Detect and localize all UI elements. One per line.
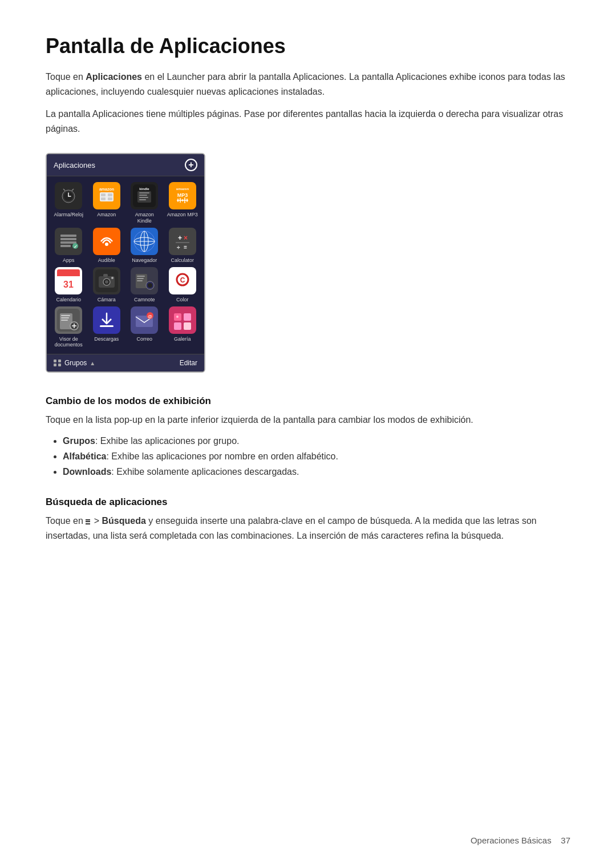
phone-footer: Grupos ▲ Editar (47, 354, 204, 372)
app-item-alarma[interactable]: Alarma/Reloj (51, 182, 86, 224)
section1-text: Toque en la lista pop-up en la parte inf… (46, 413, 570, 427)
intro-paragraph-1: Toque en Aplicaciones en el Launcher par… (46, 70, 570, 99)
app-item-galeria[interactable]: Galería (165, 306, 200, 349)
footer-edit-label[interactable]: Editar (180, 359, 197, 367)
app-item-navegador[interactable]: Navegador (127, 228, 162, 264)
svg-text:✓: ✓ (74, 244, 78, 249)
footer-section-label: Operaciones Básicas (471, 835, 552, 845)
app-label-correo: Correo (136, 336, 152, 342)
app-item-amazon-mp3[interactable]: amazon MP3 Amazon MP3 (165, 182, 200, 224)
app-label-kindle: Amazon Kindle (127, 212, 162, 224)
app-item-apps[interactable]: ✓ Apps (51, 228, 86, 264)
svg-rect-16 (139, 192, 149, 193)
svg-text:×: × (184, 234, 188, 242)
app-label-alarma: Alarma/Reloj (54, 212, 83, 218)
section1-title: Cambio de los modos de exhibición (46, 395, 570, 407)
svg-rect-12 (108, 197, 112, 200)
app-item-camnote[interactable]: Camnote (127, 267, 162, 303)
svg-text:MP3: MP3 (177, 192, 188, 198)
svg-rect-74 (61, 320, 68, 321)
svg-rect-10 (108, 193, 112, 196)
svg-rect-72 (61, 315, 70, 316)
app-label-camnote: Camnote (134, 297, 155, 303)
svg-point-66 (148, 283, 152, 288)
app-item-audible[interactable]: Audible (90, 228, 124, 264)
svg-rect-64 (137, 280, 143, 281)
svg-rect-36 (95, 230, 118, 253)
app-item-amazon[interactable]: amazon Amazon (90, 182, 124, 224)
svg-rect-11 (101, 197, 106, 200)
svg-text:amazon: amazon (176, 187, 189, 191)
app-item-color[interactable]: C Color (165, 267, 200, 303)
app-label-navegador: Navegador (132, 257, 157, 264)
section2-text: Toque en > Búsqueda y enseguida inserte … (46, 514, 570, 543)
app-item-calculator[interactable]: + × ÷ = Calculator (165, 228, 200, 264)
svg-rect-32 (60, 241, 76, 244)
svg-text:kindle: kindle (140, 187, 150, 191)
section-busqueda: Búsqueda de aplicaciones Toque en > Búsq… (46, 496, 570, 543)
svg-point-89 (176, 316, 179, 318)
footer-groups[interactable]: Grupos ▲ (54, 359, 95, 367)
svg-rect-44 (171, 230, 194, 253)
apps-grid: Alarma/Reloj amazon Amazon (47, 176, 204, 354)
svg-point-37 (105, 243, 108, 246)
app-label-audible: Audible (98, 257, 115, 264)
svg-rect-92 (54, 364, 56, 366)
svg-rect-58 (103, 274, 108, 277)
footer-arrow: ▲ (90, 360, 95, 366)
app-label-visor: Visor de documentos (51, 336, 86, 349)
phone-mockup: Aplicaciones + Alarma/Reloj (46, 153, 205, 373)
svg-rect-30 (60, 235, 76, 237)
svg-point-59 (111, 277, 114, 279)
svg-rect-88 (184, 322, 191, 330)
svg-rect-93 (58, 364, 61, 366)
svg-point-57 (105, 280, 108, 284)
app-item-visor[interactable]: Visor de documentos (51, 306, 86, 349)
bullet-downloads: Downloads: Exhibe solamente aplicaciones… (63, 464, 570, 479)
intro-paragraph-2: La pantalla Aplicaciones tiene múltiples… (46, 107, 570, 136)
app-label-descargas: Descargas (94, 336, 119, 342)
section1-bullets: Grupos: Exhibe las aplicaciones por grup… (57, 433, 570, 480)
svg-rect-31 (60, 238, 76, 240)
footer-page-number: 37 (561, 835, 570, 845)
svg-text:+: + (178, 234, 182, 242)
app-item-descargas[interactable]: Descargas (90, 306, 124, 349)
section-cambio-modos: Cambio de los modos de exhibición Toque … (46, 395, 570, 479)
svg-text:amazon: amazon (99, 187, 114, 191)
footer-groups-label: Grupos (64, 359, 87, 367)
app-label-amazon: Amazon (97, 212, 116, 218)
svg-rect-90 (54, 360, 56, 362)
phone-mockup-container: Aplicaciones + Alarma/Reloj (46, 153, 570, 373)
app-item-camara[interactable]: Cámara (90, 267, 124, 303)
svg-line-4 (63, 189, 65, 191)
app-label-galeria: Galería (174, 336, 191, 342)
svg-rect-73 (61, 317, 69, 318)
app-item-correo[interactable]: @ Correo (127, 306, 162, 349)
app-item-calendario[interactable]: 31 Calendario (51, 267, 86, 303)
svg-line-5 (72, 189, 74, 191)
plus-icon[interactable]: + (185, 159, 197, 171)
svg-text:C: C (180, 276, 185, 284)
svg-text:31: 31 (63, 280, 74, 289)
svg-rect-33 (60, 245, 71, 247)
svg-rect-87 (174, 322, 181, 330)
svg-rect-62 (137, 276, 145, 277)
bullet-grupos: Grupos: Exhibe las aplicaciones por grup… (63, 433, 570, 449)
svg-rect-18 (139, 197, 148, 198)
app-label-apps: Apps (63, 257, 75, 264)
svg-rect-52 (57, 274, 80, 276)
app-label-color: Color (176, 297, 189, 303)
bullet-alfabetica: Alfabética: Exhibe las aplicaciones por … (63, 449, 570, 464)
section2-title: Búsqueda de aplicaciones (46, 496, 570, 508)
svg-rect-79 (100, 325, 114, 327)
phone-header: Aplicaciones + (47, 154, 204, 176)
app-label-amazon-mp3: Amazon MP3 (167, 212, 198, 218)
svg-text:=: = (184, 244, 187, 251)
page-footer: Operaciones Básicas 37 (471, 835, 570, 845)
svg-rect-63 (137, 278, 144, 279)
app-label-camara: Cámara (98, 297, 116, 303)
app-item-kindle[interactable]: kindle Amazon Kindle (127, 182, 162, 224)
svg-rect-86 (184, 313, 191, 321)
menu-icon (86, 519, 90, 524)
svg-text:@: @ (148, 314, 152, 319)
